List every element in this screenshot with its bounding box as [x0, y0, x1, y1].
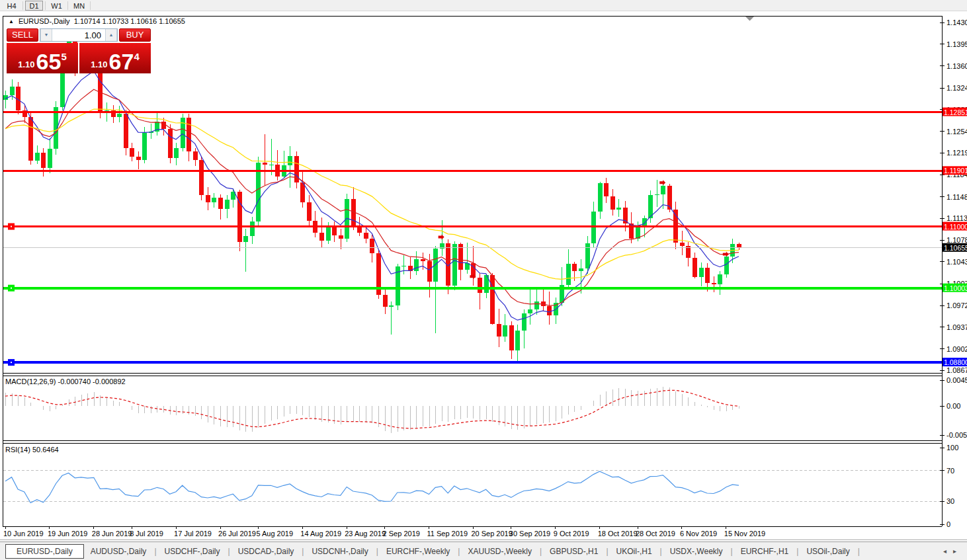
- svg-text:15 Nov 2019: 15 Nov 2019: [724, 530, 765, 538]
- sell-button[interactable]: SELL: [7, 28, 38, 42]
- svg-text:1.08800: 1.08800: [944, 358, 967, 366]
- svg-text:1.08670: 1.08670: [946, 366, 967, 374]
- one-click-trading-panel: SELL ▼ ▲ BUY 1.10 65 5 1.10 67 4: [7, 28, 151, 73]
- svg-text:1.13950: 1.13950: [946, 40, 967, 48]
- svg-text:0.00: 0.00: [946, 402, 960, 410]
- svg-text:28 Jun 2019: 28 Jun 2019: [92, 530, 132, 538]
- volume-input[interactable]: [52, 29, 105, 41]
- svg-text:-0.005205: -0.005205: [946, 431, 967, 439]
- svg-text:23 Aug 2019: 23 Aug 2019: [345, 530, 386, 538]
- collapse-triangle-icon[interactable]: ▲: [9, 19, 14, 24]
- chart-tab[interactable]: USDCHF-,Daily: [158, 545, 227, 558]
- tab-separator: |: [858, 547, 860, 556]
- tab-separator: |: [606, 547, 608, 556]
- svg-text:1.13600: 1.13600: [946, 62, 967, 70]
- chart-tab[interactable]: USDX-,Weekly: [663, 545, 730, 558]
- svg-text:0: 0: [946, 520, 950, 528]
- svg-text:1.10655: 1.10655: [944, 244, 967, 252]
- tab-separator: |: [540, 547, 542, 556]
- rsi-label: RSI(14) 50.6464: [5, 446, 59, 454]
- chart-tab[interactable]: AUDUSD-,Daily: [84, 545, 153, 558]
- svg-text:70: 70: [946, 467, 954, 475]
- bid-pip-digit: 5: [61, 51, 66, 62]
- chart-tabbar: EURUSD-,DailyAUDUSD-,Daily|USDCHF-,Daily…: [0, 541, 967, 560]
- svg-text:10 Jun 2019: 10 Jun 2019: [3, 530, 44, 538]
- svg-text:0.004536: 0.004536: [946, 376, 967, 384]
- tab-separator: |: [302, 547, 304, 556]
- svg-text:20 Sep 2019: 20 Sep 2019: [471, 530, 512, 538]
- chart-tab[interactable]: USDCAD-,Daily: [231, 545, 301, 558]
- svg-text:11 Sep 2019: 11 Sep 2019: [427, 530, 468, 538]
- svg-text:1.10780: 1.10780: [946, 236, 967, 244]
- svg-text:18 Oct 2019: 18 Oct 2019: [598, 530, 638, 538]
- tab-separator: |: [154, 547, 156, 556]
- ask-pip-digit: 4: [134, 51, 139, 62]
- svg-text:1.12190: 1.12190: [946, 149, 967, 157]
- svg-text:1.12851: 1.12851: [944, 108, 967, 116]
- volume-decrease-button[interactable]: ▼: [40, 29, 52, 41]
- svg-text:1.10003: 1.10003: [944, 284, 967, 292]
- svg-text:1.09020: 1.09020: [946, 345, 967, 353]
- svg-text:6 Nov 2019: 6 Nov 2019: [680, 530, 717, 538]
- chart-area[interactable]: 1.143001.139501.136001.132401.128901.125…: [0, 0, 967, 560]
- tab-separator: |: [458, 547, 460, 556]
- volume-stepper: ▼ ▲: [40, 28, 118, 42]
- svg-text:1.09370: 1.09370: [946, 323, 967, 331]
- svg-text:1.14300: 1.14300: [946, 19, 967, 26]
- mt4-window: H4D1W1MN 1.143001.139501.136001.132401.1…: [0, 0, 967, 560]
- tab-separator: |: [731, 547, 733, 556]
- svg-text:2 Sep 2019: 2 Sep 2019: [383, 530, 420, 538]
- svg-text:14 Aug 2019: 14 Aug 2019: [300, 530, 341, 538]
- chart-tab[interactable]: UKOil-,H1: [610, 545, 659, 558]
- bid-prefix: 1.10: [18, 60, 34, 69]
- svg-text:17 Jul 2019: 17 Jul 2019: [174, 530, 212, 538]
- tab-separator: |: [376, 547, 378, 556]
- macd-label: MACD(12,26,9) -0.000740 -0.000892: [5, 378, 126, 385]
- svg-text:1.10430: 1.10430: [946, 258, 967, 266]
- ask-big-digits: 67: [109, 52, 134, 71]
- svg-text:8 Jul 2019: 8 Jul 2019: [130, 530, 163, 538]
- svg-text:1.11000: 1.11000: [944, 223, 967, 231]
- svg-text:1.12540: 1.12540: [946, 128, 967, 136]
- chart-tab[interactable]: EURCHF-,Weekly: [380, 545, 456, 558]
- chart-tab[interactable]: USOil-,Daily: [800, 545, 856, 558]
- svg-text:19 Jun 2019: 19 Jun 2019: [48, 530, 88, 538]
- svg-text:1.11480: 1.11480: [946, 193, 967, 201]
- bid-quote[interactable]: 1.10 65 5: [7, 43, 78, 73]
- svg-text:1.11901: 1.11901: [944, 167, 967, 175]
- symbol-ohlc-values: 1.10714 1.10733 1.10616 1.10655: [74, 17, 185, 25]
- tab-separator: |: [660, 547, 662, 556]
- svg-text:30 Sep 2019: 30 Sep 2019: [509, 530, 550, 538]
- tab-scroll-arrows[interactable]: ◂▸: [943, 547, 963, 555]
- svg-text:28 Oct 2019: 28 Oct 2019: [636, 530, 675, 538]
- bid-big-digits: 65: [36, 52, 62, 71]
- volume-increase-button[interactable]: ▲: [105, 29, 117, 41]
- tab-separator: |: [228, 547, 230, 556]
- svg-text:100: 100: [946, 444, 958, 452]
- svg-text:5 Aug 2019: 5 Aug 2019: [256, 530, 293, 538]
- ask-prefix: 1.10: [91, 60, 107, 69]
- chart-tab[interactable]: GBPUSD-,H1: [543, 545, 605, 558]
- svg-text:1.13240: 1.13240: [946, 84, 967, 92]
- tab-separator: |: [796, 547, 798, 556]
- chart-tab[interactable]: XAUUSD-,Weekly: [461, 545, 538, 558]
- svg-text:30: 30: [946, 497, 954, 505]
- symbol-name: EURUSD-,Daily: [19, 17, 70, 25]
- chart-tab[interactable]: USDCNH-,Daily: [305, 545, 374, 558]
- ask-quote[interactable]: 1.10 67 4: [79, 43, 151, 73]
- buy-button[interactable]: BUY: [119, 28, 151, 42]
- chart-tab[interactable]: EURUSD-,Daily: [5, 544, 84, 559]
- svg-text:1.09720: 1.09720: [946, 301, 967, 309]
- svg-text:26 Jul 2019: 26 Jul 2019: [218, 530, 256, 538]
- svg-text:9 Oct 2019: 9 Oct 2019: [554, 530, 589, 538]
- chart-tab[interactable]: EURCHF-,H1: [734, 545, 796, 558]
- symbol-header: ▲ EURUSD-,Daily 1.10714 1.10733 1.10616 …: [9, 17, 185, 25]
- svg-text:1.11130: 1.11130: [946, 214, 967, 222]
